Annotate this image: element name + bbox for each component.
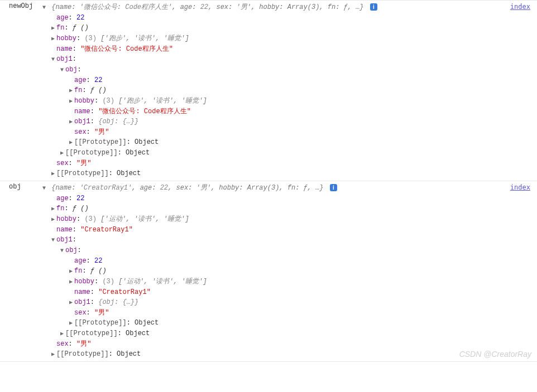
chevron-right-icon[interactable]: ▶ [68,138,74,148]
chevron-right-icon[interactable]: ▶ [50,23,56,33]
prop-inner-fn[interactable]: ▶fn: ƒ () [41,85,377,96]
prop-obj[interactable]: ▼obj: [41,245,337,256]
prop-hobby[interactable]: ▶hobby: (3) ['跑步', '读书', '睡觉'] [41,33,377,44]
info-icon[interactable]: i [370,3,377,11]
chevron-right-icon[interactable]: ▶ [68,298,74,308]
prop-sex[interactable]: sex: "男" [41,158,377,168]
prop-inner-fn[interactable]: ▶fn: ƒ () [41,266,337,277]
chevron-down-icon[interactable]: ▼ [59,246,65,256]
prop-name[interactable]: name: "CreatorRay1" [41,225,337,235]
prop-inner-hobby[interactable]: ▶hobby: (3) ['跑步', '读书', '睡觉'] [41,96,377,107]
chevron-down-icon[interactable]: ▼ [50,235,56,245]
prop-name[interactable]: name: "微信公众号: Code程序人生" [41,44,377,54]
chevron-down-icon[interactable]: ▼ [59,65,65,75]
prop-obj[interactable]: ▼obj: [41,65,377,75]
object-tree: ▼ {name: 'CreatorRay1', age: 22, sex: '男… [41,183,337,360]
prop-inner-proto[interactable]: ▶[[Prototype]]: Object [41,318,337,328]
console-entry-newobj: index newObj ▼ {name: '微信公众号: Code程序人生',… [0,0,537,181]
prop-obj1[interactable]: ▼obj1: [41,54,377,65]
prop-proto[interactable]: ▶[[Prototype]]: Object [41,349,337,360]
prop-inner-obj1[interactable]: ▶obj1: {obj: {…}} [41,117,377,127]
prop-hobby[interactable]: ▶hobby: (3) ['运动', '读书', '睡觉'] [41,214,337,225]
prop-inner-age[interactable]: age: 22 [41,75,377,85]
variable-label: newObj [9,2,36,10]
chevron-right-icon[interactable]: ▶ [50,204,56,214]
chevron-right-icon[interactable]: ▶ [68,96,74,107]
chevron-right-icon[interactable]: ▶ [50,34,56,44]
prop-inner-sex[interactable]: sex: "男" [41,127,377,137]
source-link[interactable]: index [510,183,530,191]
prop-obj1-proto[interactable]: ▶[[Prototype]]: Object [41,148,377,158]
info-icon[interactable]: i [330,184,337,191]
object-summary-row[interactable]: ▼ {name: '微信公众号: Code程序人生', age: 22, sex… [41,2,377,13]
object-preview: {name: '微信公众号: Code程序人生', age: 22, sex: … [51,3,363,11]
prop-inner-name[interactable]: name: "CreatorRay1" [41,287,337,297]
prop-obj1-proto[interactable]: ▶[[Prototype]]: Object [41,328,337,339]
console-entry-obj: index obj ▼ {name: 'CreatorRay1', age: 2… [0,181,537,362]
chevron-right-icon[interactable]: ▶ [68,267,74,277]
prop-inner-obj1[interactable]: ▶obj1: {obj: {…}} [41,297,337,308]
chevron-right-icon[interactable]: ▶ [50,169,56,179]
chevron-right-icon[interactable]: ▶ [50,215,56,225]
object-preview: {name: 'CreatorRay1', age: 22, sex: '男',… [51,184,323,192]
object-tree: ▼ {name: '微信公众号: Code程序人生', age: 22, sex… [41,2,377,179]
prop-age[interactable]: age: 22 [41,13,377,23]
chevron-right-icon[interactable]: ▶ [59,329,65,339]
prop-proto[interactable]: ▶[[Prototype]]: Object [41,168,377,179]
prop-inner-name[interactable]: name: "微信公众号: Code程序人生" [41,107,377,117]
prop-inner-age[interactable]: age: 22 [41,256,337,266]
variable-label: obj [9,183,36,191]
prop-inner-hobby[interactable]: ▶hobby: (3) ['运动', '读书', '睡觉'] [41,277,337,287]
chevron-right-icon[interactable]: ▶ [68,117,74,127]
prop-inner-sex[interactable]: sex: "男" [41,308,337,318]
prop-fn[interactable]: ▶fn: ƒ () [41,204,337,214]
prop-age[interactable]: age: 22 [41,193,337,204]
chevron-right-icon[interactable]: ▶ [68,86,74,96]
chevron-down-icon[interactable]: ▼ [41,183,47,193]
prop-fn[interactable]: ▶fn: ƒ () [41,23,377,33]
chevron-right-icon[interactable]: ▶ [68,318,74,328]
object-summary-row[interactable]: ▼ {name: 'CreatorRay1', age: 22, sex: '男… [41,183,337,193]
source-link[interactable]: index [510,3,530,11]
chevron-right-icon[interactable]: ▶ [59,148,65,158]
chevron-right-icon[interactable]: ▶ [68,277,74,287]
chevron-down-icon[interactable]: ▼ [50,55,56,65]
chevron-down-icon[interactable]: ▼ [41,3,47,13]
prop-obj1[interactable]: ▼obj1: [41,235,337,245]
chevron-right-icon[interactable]: ▶ [50,350,56,360]
prop-inner-proto[interactable]: ▶[[Prototype]]: Object [41,137,377,148]
prop-sex[interactable]: sex: "男" [41,339,337,349]
